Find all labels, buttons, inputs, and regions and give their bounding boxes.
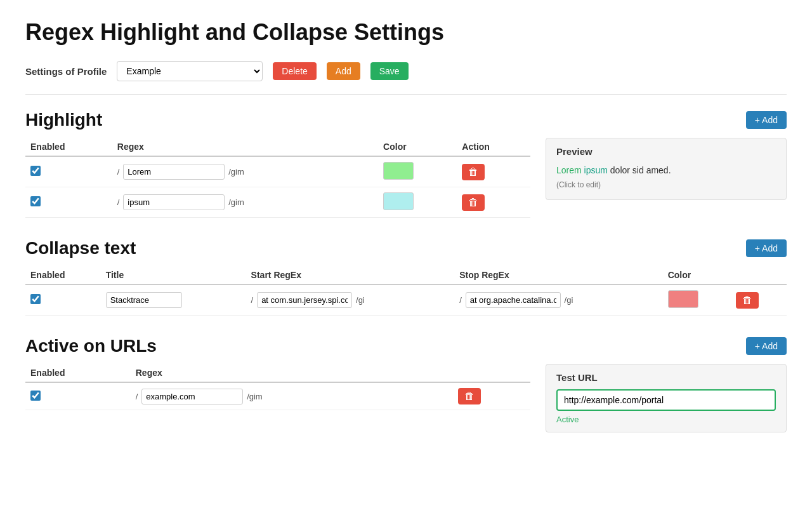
collapse-color-cell-1: [663, 284, 731, 316]
url-col-action: [453, 364, 530, 382]
url-regex-cell-1: / /gim: [131, 382, 453, 410]
preview-hint: (Click to edit): [556, 180, 601, 189]
collapse-enabled-cell-1: [25, 284, 101, 316]
collapse-col-color: Color: [663, 266, 731, 284]
active-urls-section-title: Active on URLs: [25, 336, 157, 356]
highlight-color-swatch-2[interactable]: [383, 192, 414, 210]
highlight-content: Enabled Regex Color Action /: [25, 138, 787, 218]
url-col-regex: Regex: [131, 364, 453, 382]
collapse-section: Collapse text + Add Enabled Title Start …: [25, 238, 787, 316]
highlight-action-cell-2: 🗑: [457, 187, 530, 218]
url-action-cell-1: 🗑: [453, 382, 530, 410]
collapse-section-title: Collapse text: [25, 238, 136, 258]
highlight-col-color: Color: [378, 138, 457, 156]
regex-flag-1: /gim: [228, 167, 244, 177]
highlight-action-cell-1: 🗑: [457, 156, 530, 187]
collapse-col-enabled: Enabled: [25, 266, 101, 284]
active-urls-table-section: Enabled Regex / /gim: [25, 364, 530, 410]
active-urls-add-button[interactable]: + Add: [746, 337, 787, 355]
page-title: Regex Highlight and Collapse Settings: [25, 19, 787, 46]
highlight-regex-input-1[interactable]: [123, 164, 225, 180]
url-regex-input-1[interactable]: [141, 389, 243, 404]
profile-label: Settings of Profile: [25, 66, 107, 77]
delete-profile-button[interactable]: Delete: [273, 62, 316, 80]
collapse-stop-cell-1: / /gi: [454, 284, 663, 316]
stop-flag-1: /gi: [565, 295, 573, 305]
url-enabled-cell-1: [25, 382, 131, 410]
highlight-color-cell-1: [378, 156, 457, 187]
regex-slash-1: /: [117, 167, 120, 177]
highlight-color-cell-2: [378, 187, 457, 218]
active-urls-section-header: Active on URLs + Add: [25, 336, 787, 356]
test-url-box: Test URL Active: [546, 364, 787, 432]
highlight-delete-button-1[interactable]: 🗑: [462, 164, 485, 180]
url-regex-flag-1: /gim: [247, 392, 263, 401]
table-row: / /gim 🗑: [25, 187, 530, 218]
highlight-table: Enabled Regex Color Action /: [25, 138, 530, 218]
highlight-col-action: Action: [457, 138, 530, 156]
collapse-enabled-checkbox-1[interactable]: [30, 294, 41, 304]
regex-slash-2: /: [117, 197, 120, 207]
highlight-regex-cell-2: / /gim: [112, 187, 378, 218]
highlight-enabled-cell-1: [25, 156, 112, 187]
highlight-section-header: Highlight + Add: [25, 110, 787, 130]
highlight-enabled-cell-2: [25, 187, 112, 218]
highlight-delete-button-2[interactable]: 🗑: [462, 194, 485, 211]
collapse-col-title: Title: [101, 266, 246, 284]
collapse-col-start: Start RegEx: [246, 266, 455, 284]
table-row: / /gi / /gi 🗑: [25, 284, 787, 316]
collapse-title-cell-1: [101, 284, 246, 316]
preview-ipsum: ipsum: [584, 165, 608, 175]
highlight-table-section: Enabled Regex Color Action /: [25, 138, 530, 218]
highlight-enabled-checkbox-1[interactable]: [30, 166, 41, 176]
preview-lorem: Lorem: [556, 165, 582, 175]
collapse-stop-input-1[interactable]: [466, 292, 561, 308]
collapse-action-cell-1: 🗑: [731, 284, 787, 316]
preview-rest: dolor sid amed.: [610, 165, 671, 175]
active-urls-content: Enabled Regex / /gim: [25, 364, 787, 432]
start-flag-1: /gi: [356, 295, 365, 305]
start-slash-1: /: [251, 295, 254, 305]
profile-row: Settings of Profile Example Default Cust…: [25, 61, 787, 95]
collapse-start-cell-1: / /gi: [246, 284, 455, 316]
url-col-enabled: Enabled: [25, 364, 131, 382]
highlight-add-button[interactable]: + Add: [746, 111, 787, 129]
highlight-section-title: Highlight: [25, 110, 102, 130]
active-urls-table: Enabled Regex / /gim: [25, 364, 530, 410]
highlight-regex-cell-1: / /gim: [112, 156, 378, 187]
profile-select[interactable]: Example Default Custom: [117, 61, 263, 81]
collapse-table: Enabled Title Start RegEx Stop RegEx Col…: [25, 266, 787, 316]
highlight-section: Highlight + Add Enabled Regex Color Acti…: [25, 110, 787, 218]
preview-text[interactable]: Lorem ipsum dolor sid amed. (Click to ed…: [556, 163, 776, 192]
url-delete-button-1[interactable]: 🗑: [458, 388, 481, 404]
collapse-start-input-1[interactable]: [257, 292, 352, 308]
collapse-col-stop: Stop RegEx: [454, 266, 663, 284]
highlight-enabled-checkbox-2[interactable]: [30, 196, 41, 206]
preview-title: Preview: [556, 146, 776, 157]
highlight-preview-box: Preview Lorem ipsum dolor sid amed. (Cli…: [546, 138, 787, 200]
url-enabled-checkbox-1[interactable]: [30, 391, 41, 401]
collapse-section-header: Collapse text + Add: [25, 238, 787, 258]
highlight-color-swatch-1[interactable]: [383, 162, 414, 180]
collapse-col-action: [731, 266, 787, 284]
highlight-col-regex: Regex: [112, 138, 378, 156]
active-urls-section: Active on URLs + Add Enabled Regex: [25, 336, 787, 432]
table-row: / /gim 🗑: [25, 382, 530, 410]
collapse-color-swatch-1[interactable]: [668, 290, 698, 308]
collapse-delete-button-1[interactable]: 🗑: [736, 292, 759, 309]
url-regex-slash-1: /: [136, 392, 138, 401]
regex-flag-2: /gim: [228, 197, 244, 207]
collapse-title-input-1[interactable]: [106, 292, 182, 308]
highlight-regex-input-2[interactable]: [123, 194, 225, 210]
collapse-add-button[interactable]: + Add: [746, 239, 787, 257]
highlight-col-enabled: Enabled: [25, 138, 112, 156]
test-url-input[interactable]: [556, 389, 776, 411]
test-url-status: Active: [556, 415, 776, 424]
stop-slash-1: /: [459, 295, 462, 305]
save-profile-button[interactable]: Save: [370, 62, 409, 80]
test-url-title: Test URL: [556, 372, 776, 383]
table-row: / /gim 🗑: [25, 156, 530, 187]
add-profile-button[interactable]: Add: [327, 62, 360, 80]
